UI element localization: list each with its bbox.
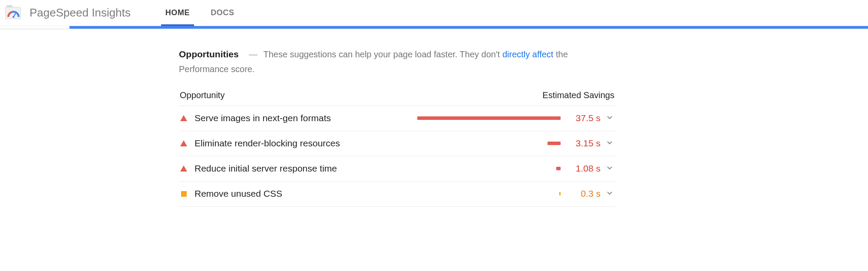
opportunity-label: Eliminate render-blocking resources bbox=[195, 138, 340, 149]
triangle-fail-icon bbox=[179, 140, 188, 146]
svg-rect-1 bbox=[13, 13, 16, 17]
tab-docs[interactable]: DOCS bbox=[211, 0, 234, 26]
opportunity-row[interactable]: Eliminate render-blocking resources3.15 … bbox=[179, 131, 615, 156]
chevron-down-icon[interactable] bbox=[604, 140, 615, 147]
nav-tabs: HOME DOCS bbox=[165, 0, 234, 26]
app-header: PageSpeed Insights HOME DOCS bbox=[0, 0, 868, 26]
savings-value: 1.08 s bbox=[567, 163, 601, 174]
savings-value: 3.15 s bbox=[567, 138, 601, 149]
opportunity-row[interactable]: Remove unused CSS0.3 s bbox=[179, 182, 615, 207]
opportunity-row[interactable]: Serve images in next-gen formats37.5 s bbox=[179, 106, 615, 131]
dash-separator: — bbox=[249, 50, 257, 59]
square-warn-icon bbox=[179, 191, 188, 197]
opportunities-list: Serve images in next-gen formats37.5 sEl… bbox=[179, 106, 615, 207]
tab-home[interactable]: HOME bbox=[165, 0, 190, 26]
chevron-down-icon[interactable] bbox=[604, 165, 615, 172]
header-accent-bar bbox=[0, 26, 868, 29]
savings-bar bbox=[417, 116, 561, 120]
opportunity-label: Remove unused CSS bbox=[195, 188, 282, 199]
triangle-fail-icon bbox=[179, 165, 188, 172]
section-intro-text-1: These suggestions can help your page loa… bbox=[263, 50, 502, 59]
opportunities-section: Opportunities — These suggestions can he… bbox=[179, 29, 615, 207]
col-opportunity: Opportunity bbox=[180, 90, 224, 100]
chevron-down-icon[interactable] bbox=[604, 190, 615, 198]
savings-value: 37.5 s bbox=[567, 113, 601, 123]
opportunity-label: Reduce initial server response time bbox=[195, 163, 337, 174]
section-intro: Opportunities — These suggestions can he… bbox=[179, 47, 615, 76]
savings-bar bbox=[417, 142, 561, 145]
savings-value: 0.3 s bbox=[567, 188, 601, 199]
opportunity-label: Serve images in next-gen formats bbox=[195, 113, 331, 123]
savings-bar bbox=[417, 192, 561, 195]
app-title: PageSpeed Insights bbox=[30, 6, 131, 20]
col-savings: Estimated Savings bbox=[542, 90, 614, 100]
triangle-fail-icon bbox=[179, 115, 188, 121]
savings-bar bbox=[417, 167, 561, 170]
table-header: Opportunity Estimated Savings bbox=[179, 88, 615, 106]
chevron-down-icon[interactable] bbox=[604, 115, 615, 122]
opportunity-row[interactable]: Reduce initial server response time1.08 … bbox=[179, 156, 615, 182]
section-title: Opportunities bbox=[179, 49, 239, 59]
pagespeed-logo-icon bbox=[5, 7, 21, 19]
directly-affect-link[interactable]: directly affect bbox=[502, 50, 553, 59]
